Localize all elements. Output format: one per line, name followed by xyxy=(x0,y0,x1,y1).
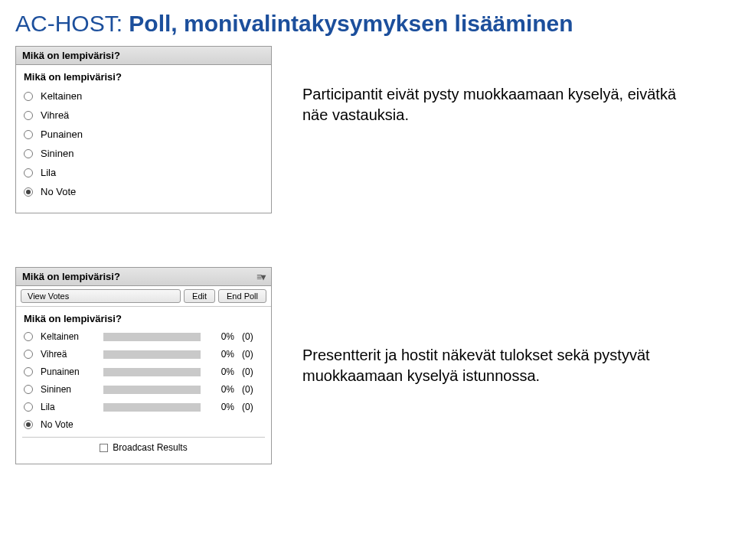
poll-question: Mikä on lempivärisi? xyxy=(24,313,265,324)
count-label: (0) xyxy=(242,366,263,377)
host-toolbar: View Votes Edit End Poll xyxy=(16,286,271,307)
option-label: Sininen xyxy=(41,148,74,159)
result-row[interactable]: Punainen0%(0) xyxy=(24,366,263,377)
caption-host: Presentterit ja hostit näkevät tulokset … xyxy=(302,345,678,386)
view-votes-button[interactable]: View Votes xyxy=(21,289,181,303)
panel-footer: Broadcast Results xyxy=(22,437,265,456)
radio-icon xyxy=(24,92,33,101)
radio-icon xyxy=(24,149,33,158)
result-row[interactable]: Sininen0%(0) xyxy=(24,384,263,395)
result-row[interactable]: Keltainen0%(0) xyxy=(24,331,263,342)
caption-participant: Participantit eivät pysty muokkaamaan ky… xyxy=(302,84,678,125)
panel-title: Mikä on lempivärisi? xyxy=(22,271,120,282)
poll-option[interactable]: Sininen xyxy=(24,148,263,159)
radio-icon xyxy=(24,385,33,394)
poll-question: Mikä on lempivärisi? xyxy=(24,71,265,83)
poll-option[interactable]: Lila xyxy=(24,167,263,178)
radio-icon xyxy=(24,367,33,376)
option-label: Punainen xyxy=(41,366,96,377)
result-row[interactable]: Lila0%(0) xyxy=(24,402,263,412)
percent-label: 0% xyxy=(208,366,234,377)
option-label: Lila xyxy=(41,167,56,178)
option-label: No Vote xyxy=(41,419,96,430)
result-bar xyxy=(103,350,201,359)
radio-icon xyxy=(24,130,33,139)
count-label: (0) xyxy=(242,402,263,412)
radio-icon xyxy=(24,111,33,120)
option-label: Vihreä xyxy=(41,109,69,121)
radio-icon xyxy=(24,187,33,197)
radio-icon xyxy=(24,168,33,177)
poll-option[interactable]: No Vote xyxy=(24,186,263,197)
radio-icon xyxy=(24,350,33,359)
title-bold: Poll, monivalintakysymyksen lisääminen xyxy=(129,11,573,36)
end-poll-button[interactable]: End Poll xyxy=(218,289,266,303)
result-row[interactable]: Vihreä0%(0) xyxy=(24,349,263,360)
participant-poll-panel: Mikä on lempivärisi? Mikä on lempivärisi… xyxy=(15,46,272,213)
panel-header: Mikä on lempivärisi? xyxy=(16,47,271,65)
result-bar xyxy=(103,333,201,341)
option-label: Keltainen xyxy=(41,331,96,342)
panel-menu-icon[interactable]: ≡▾ xyxy=(256,272,265,282)
option-label: No Vote xyxy=(41,186,76,197)
option-label: Lila xyxy=(41,402,96,412)
poll-option[interactable]: Punainen xyxy=(24,129,263,140)
percent-label: 0% xyxy=(208,349,234,360)
panel-header: Mikä on lempivärisi? ≡▾ xyxy=(16,268,271,286)
radio-icon xyxy=(24,332,33,341)
percent-label: 0% xyxy=(208,402,234,412)
result-bar xyxy=(103,403,201,412)
percent-label: 0% xyxy=(208,384,234,395)
result-bar xyxy=(103,368,201,376)
edit-button[interactable]: Edit xyxy=(184,289,215,303)
radio-icon xyxy=(24,402,33,412)
radio-icon xyxy=(24,420,33,429)
broadcast-label: Broadcast Results xyxy=(113,442,187,453)
broadcast-checkbox[interactable] xyxy=(100,444,108,452)
poll-option[interactable]: Keltainen xyxy=(24,90,263,102)
host-poll-panel: Mikä on lempivärisi? ≡▾ View Votes Edit … xyxy=(15,267,272,464)
panel-title: Mikä on lempivärisi? xyxy=(22,50,120,61)
poll-option[interactable]: Vihreä xyxy=(24,109,263,121)
result-bar xyxy=(103,386,201,394)
option-label: Keltainen xyxy=(41,90,82,102)
count-label: (0) xyxy=(242,349,263,360)
title-prefix: AC-HOST: xyxy=(15,11,129,36)
option-label: Vihreä xyxy=(41,349,96,360)
poll-option[interactable]: No Vote xyxy=(24,419,263,430)
percent-label: 0% xyxy=(208,331,234,342)
count-label: (0) xyxy=(242,331,263,342)
option-label: Punainen xyxy=(41,129,83,140)
page-title: AC-HOST: Poll, monivalintakysymyksen lis… xyxy=(15,11,720,37)
option-label: Sininen xyxy=(41,384,96,395)
count-label: (0) xyxy=(242,384,263,395)
